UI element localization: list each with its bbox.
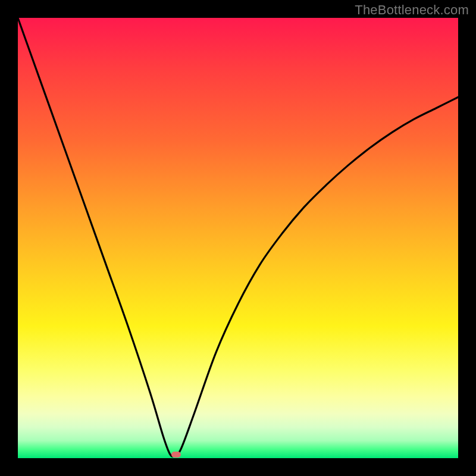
watermark-text: TheBottleneck.com <box>355 2 469 18</box>
bottleneck-curve <box>18 18 458 456</box>
plot-area <box>18 18 458 458</box>
chart-frame: TheBottleneck.com <box>0 0 476 476</box>
optimum-marker <box>171 452 181 458</box>
curve-svg <box>18 18 458 458</box>
